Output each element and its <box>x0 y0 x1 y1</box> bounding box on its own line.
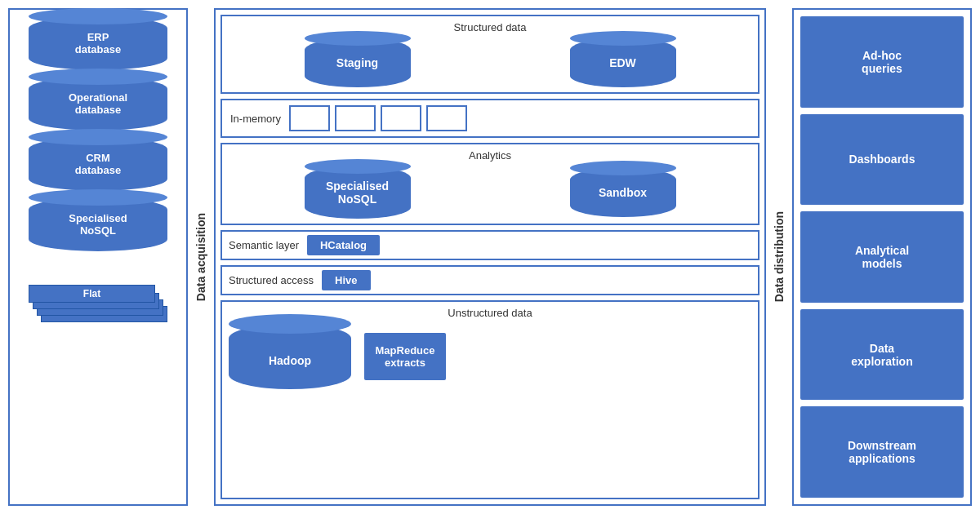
analytics-section: Analytics Specialised NoSQL Sandbox <box>220 143 760 225</box>
analytical-models-item: Analytical models <box>800 211 964 303</box>
erp-database: ERP database <box>29 16 167 70</box>
inmemory-box-1 <box>289 105 330 131</box>
dashboards-item: Dashboards <box>800 114 964 206</box>
right-column: Ad-hoc queries Dashboards Analytical mod… <box>792 8 972 506</box>
structured-access-label: Structured access <box>229 274 314 286</box>
adhoc-queries-item: Ad-hoc queries <box>800 16 964 108</box>
semantic-layer-section: Semantic layer HCatalog <box>220 230 760 260</box>
operational-database: Operational database <box>29 77 167 131</box>
structured-content: Staging EDW <box>229 38 751 87</box>
nosql-analytics-cylinder: Specialised NoSQL <box>305 166 411 219</box>
inmemory-box-3 <box>381 105 421 131</box>
data-exploration-item: Data exploration <box>800 309 964 401</box>
inmemory-box-4 <box>426 105 467 131</box>
hadoop-cylinder: Hadoop <box>229 324 351 389</box>
crm-database: CRM database <box>29 137 167 191</box>
data-distribution-label: Data distribution <box>766 8 792 506</box>
analytics-title: Analytics <box>229 149 751 162</box>
specialised-nosql-source: Specialised NoSQL <box>29 197 167 251</box>
mapreduce-box: MapReduce extracts <box>364 333 446 380</box>
hcatalog-tag: HCatalog <box>307 235 380 255</box>
structured-access-section: Structured access Hive <box>220 265 760 295</box>
data-acquisition-label: Data acquisition <box>188 8 214 506</box>
unstructured-content: Hadoop MapReduce extracts <box>229 324 751 389</box>
center-column: Structured data Staging EDW In-memory <box>214 8 766 506</box>
flat-files: Flat <box>29 261 167 322</box>
inmemory-section: In-memory <box>220 99 760 138</box>
main-container: ERP database Operational database CRM da… <box>0 0 980 514</box>
unstructured-section: Unstructured data Hadoop MapReduce extra… <box>220 300 760 499</box>
inmemory-boxes <box>289 105 467 131</box>
semantic-label: Semantic layer <box>229 239 299 251</box>
staging-cylinder: Staging <box>305 38 411 87</box>
downstream-applications-item: Downstream applications <box>800 406 964 498</box>
inmemory-label: In-memory <box>230 113 281 125</box>
left-column: ERP database Operational database CRM da… <box>8 8 188 506</box>
structured-title: Structured data <box>229 21 751 33</box>
hive-tag: Hive <box>322 270 370 290</box>
sandbox-cylinder: Sandbox <box>570 168 676 217</box>
inmemory-box-2 <box>335 105 376 131</box>
analytics-content: Specialised NoSQL Sandbox <box>229 166 751 219</box>
edw-cylinder: EDW <box>570 38 676 87</box>
structured-data-section: Structured data Staging EDW <box>220 15 760 94</box>
